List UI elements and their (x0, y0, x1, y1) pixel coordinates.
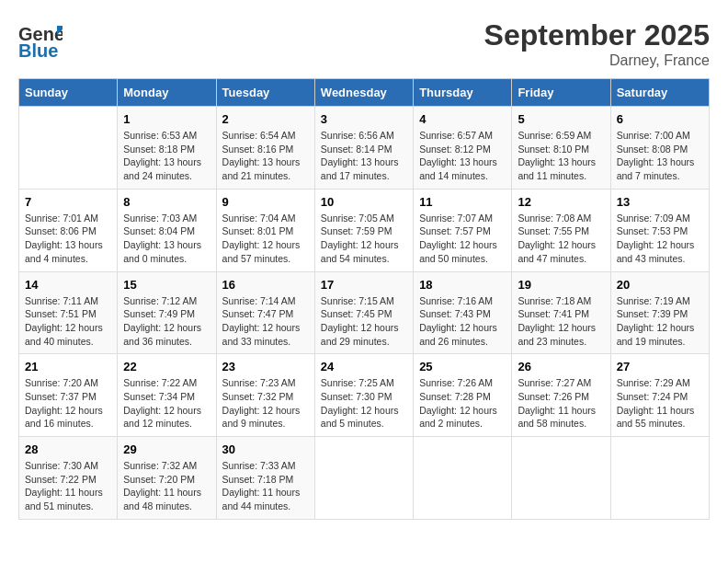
cell-content: Sunrise: 7:12 AM Sunset: 7:49 PM Dayligh… (123, 294, 210, 349)
calendar-cell: 8Sunrise: 7:03 AM Sunset: 8:04 PM Daylig… (118, 189, 216, 271)
calendar-cell: 15Sunrise: 7:12 AM Sunset: 7:49 PM Dayli… (118, 271, 216, 354)
cell-content: Sunrise: 6:57 AM Sunset: 8:12 PM Dayligh… (419, 129, 506, 183)
calendar-cell: 20Sunrise: 7:19 AM Sunset: 7:39 PM Dayli… (610, 271, 709, 354)
logo: General Blue (18, 18, 63, 66)
cell-content: Sunrise: 6:56 AM Sunset: 8:14 PM Dayligh… (321, 129, 407, 183)
calendar-cell: 26Sunrise: 7:27 AM Sunset: 7:26 PM Dayli… (512, 354, 610, 437)
calendar-cell: 6Sunrise: 7:00 AM Sunset: 8:08 PM Daylig… (610, 107, 709, 190)
cell-content: Sunrise: 7:18 AM Sunset: 7:41 PM Dayligh… (518, 294, 604, 349)
day-number: 12 (518, 195, 604, 209)
calendar-cell: 27Sunrise: 7:29 AM Sunset: 7:24 PM Dayli… (610, 354, 709, 437)
cell-content: Sunrise: 7:03 AM Sunset: 8:04 PM Dayligh… (123, 212, 210, 266)
calendar-week-4: 21Sunrise: 7:20 AM Sunset: 7:37 PM Dayli… (19, 354, 710, 437)
day-number: 9 (222, 195, 309, 209)
calendar-cell: 11Sunrise: 7:07 AM Sunset: 7:57 PM Dayli… (414, 189, 512, 271)
day-header-saturday: Saturday (610, 79, 709, 107)
day-number: 20 (617, 278, 703, 292)
day-number: 14 (25, 278, 111, 292)
cell-content: Sunrise: 7:33 AM Sunset: 7:18 PM Dayligh… (222, 459, 309, 513)
day-number: 2 (222, 112, 309, 126)
calendar-cell: 16Sunrise: 7:14 AM Sunset: 7:47 PM Dayli… (216, 271, 314, 354)
day-number: 24 (321, 360, 407, 373)
day-number: 13 (617, 195, 703, 209)
cell-content: Sunrise: 7:30 AM Sunset: 7:22 PM Dayligh… (25, 459, 111, 513)
day-number: 5 (518, 112, 604, 126)
calendar-cell: 23Sunrise: 7:23 AM Sunset: 7:32 PM Dayli… (216, 354, 314, 437)
day-number: 7 (25, 195, 111, 209)
calendar-cell: 7Sunrise: 7:01 AM Sunset: 8:06 PM Daylig… (19, 189, 118, 271)
calendar-cell: 4Sunrise: 6:57 AM Sunset: 8:12 PM Daylig… (414, 107, 512, 190)
day-header-friday: Friday (512, 79, 610, 107)
cell-content: Sunrise: 7:01 AM Sunset: 8:06 PM Dayligh… (25, 212, 111, 266)
day-number: 3 (321, 112, 407, 126)
calendar-cell: 14Sunrise: 7:11 AM Sunset: 7:51 PM Dayli… (19, 271, 118, 354)
day-number: 17 (321, 278, 407, 292)
day-number: 25 (419, 360, 506, 373)
day-number: 26 (518, 360, 604, 373)
cell-content: Sunrise: 7:19 AM Sunset: 7:39 PM Dayligh… (617, 294, 703, 349)
cell-content: Sunrise: 7:04 AM Sunset: 8:01 PM Dayligh… (222, 212, 309, 266)
location: Darney, France (484, 52, 710, 69)
logo-icon: General Blue (18, 18, 63, 63)
day-number: 11 (419, 195, 506, 209)
cell-content: Sunrise: 7:15 AM Sunset: 7:45 PM Dayligh… (321, 294, 407, 349)
day-number: 1 (123, 112, 210, 126)
month-title: September 2025 (484, 18, 710, 52)
cell-content: Sunrise: 7:00 AM Sunset: 8:08 PM Dayligh… (617, 129, 703, 183)
day-number: 16 (222, 278, 309, 292)
calendar-cell: 1Sunrise: 6:53 AM Sunset: 8:18 PM Daylig… (118, 107, 216, 190)
day-number: 15 (123, 278, 210, 292)
calendar-cell: 24Sunrise: 7:25 AM Sunset: 7:30 PM Dayli… (314, 354, 413, 437)
day-number: 6 (617, 112, 703, 126)
cell-content: Sunrise: 7:05 AM Sunset: 7:59 PM Dayligh… (321, 212, 407, 266)
svg-text:Blue: Blue (18, 40, 58, 61)
calendar-cell: 12Sunrise: 7:08 AM Sunset: 7:55 PM Dayli… (512, 189, 610, 271)
calendar-cell: 21Sunrise: 7:20 AM Sunset: 7:37 PM Dayli… (19, 354, 118, 437)
day-number: 23 (222, 360, 309, 373)
cell-content: Sunrise: 7:09 AM Sunset: 7:53 PM Dayligh… (617, 212, 703, 266)
calendar-week-2: 7Sunrise: 7:01 AM Sunset: 8:06 PM Daylig… (19, 189, 710, 271)
calendar-cell (19, 107, 118, 190)
cell-content: Sunrise: 7:07 AM Sunset: 7:57 PM Dayligh… (419, 212, 506, 266)
cell-content: Sunrise: 7:14 AM Sunset: 7:47 PM Dayligh… (222, 294, 309, 349)
day-number: 30 (222, 442, 309, 456)
calendar-cell: 2Sunrise: 6:54 AM Sunset: 8:16 PM Daylig… (216, 107, 314, 190)
day-number: 21 (25, 360, 111, 373)
cell-content: Sunrise: 7:25 AM Sunset: 7:30 PM Dayligh… (321, 376, 407, 431)
calendar-cell: 29Sunrise: 7:32 AM Sunset: 7:20 PM Dayli… (118, 437, 216, 520)
cell-content: Sunrise: 7:20 AM Sunset: 7:37 PM Dayligh… (25, 376, 111, 431)
cell-content: Sunrise: 7:16 AM Sunset: 7:43 PM Dayligh… (419, 294, 506, 349)
cell-content: Sunrise: 7:23 AM Sunset: 7:32 PM Dayligh… (222, 376, 309, 431)
calendar-week-5: 28Sunrise: 7:30 AM Sunset: 7:22 PM Dayli… (19, 437, 710, 520)
calendar-cell: 18Sunrise: 7:16 AM Sunset: 7:43 PM Dayli… (414, 271, 512, 354)
calendar-cell: 22Sunrise: 7:22 AM Sunset: 7:34 PM Dayli… (118, 354, 216, 437)
calendar-cell: 9Sunrise: 7:04 AM Sunset: 8:01 PM Daylig… (216, 189, 314, 271)
cell-content: Sunrise: 7:22 AM Sunset: 7:34 PM Dayligh… (123, 376, 210, 431)
cell-content: Sunrise: 7:08 AM Sunset: 7:55 PM Dayligh… (518, 212, 604, 266)
calendar-cell (414, 437, 512, 520)
calendar-cell: 28Sunrise: 7:30 AM Sunset: 7:22 PM Dayli… (19, 437, 118, 520)
calendar-week-3: 14Sunrise: 7:11 AM Sunset: 7:51 PM Dayli… (19, 271, 710, 354)
calendar-cell (610, 437, 709, 520)
cell-content: Sunrise: 7:26 AM Sunset: 7:28 PM Dayligh… (419, 376, 506, 431)
cell-content: Sunrise: 6:54 AM Sunset: 8:16 PM Dayligh… (222, 129, 309, 183)
cell-content: Sunrise: 6:59 AM Sunset: 8:10 PM Dayligh… (518, 129, 604, 183)
calendar-cell (512, 437, 610, 520)
day-number: 18 (419, 278, 506, 292)
calendar-cell: 17Sunrise: 7:15 AM Sunset: 7:45 PM Dayli… (314, 271, 413, 354)
day-header-sunday: Sunday (19, 79, 118, 107)
cell-content: Sunrise: 7:32 AM Sunset: 7:20 PM Dayligh… (123, 459, 210, 513)
calendar-header-row: SundayMondayTuesdayWednesdayThursdayFrid… (19, 79, 710, 107)
day-header-monday: Monday (118, 79, 216, 107)
day-header-wednesday: Wednesday (314, 79, 413, 107)
calendar-cell (314, 437, 413, 520)
day-number: 19 (518, 278, 604, 292)
day-header-thursday: Thursday (414, 79, 512, 107)
calendar-cell: 25Sunrise: 7:26 AM Sunset: 7:28 PM Dayli… (414, 354, 512, 437)
cell-content: Sunrise: 7:11 AM Sunset: 7:51 PM Dayligh… (25, 294, 111, 349)
day-number: 29 (123, 442, 210, 456)
day-header-tuesday: Tuesday (216, 79, 314, 107)
cell-content: Sunrise: 7:29 AM Sunset: 7:24 PM Dayligh… (617, 376, 703, 431)
calendar-cell: 19Sunrise: 7:18 AM Sunset: 7:41 PM Dayli… (512, 271, 610, 354)
calendar-cell: 5Sunrise: 6:59 AM Sunset: 8:10 PM Daylig… (512, 107, 610, 190)
